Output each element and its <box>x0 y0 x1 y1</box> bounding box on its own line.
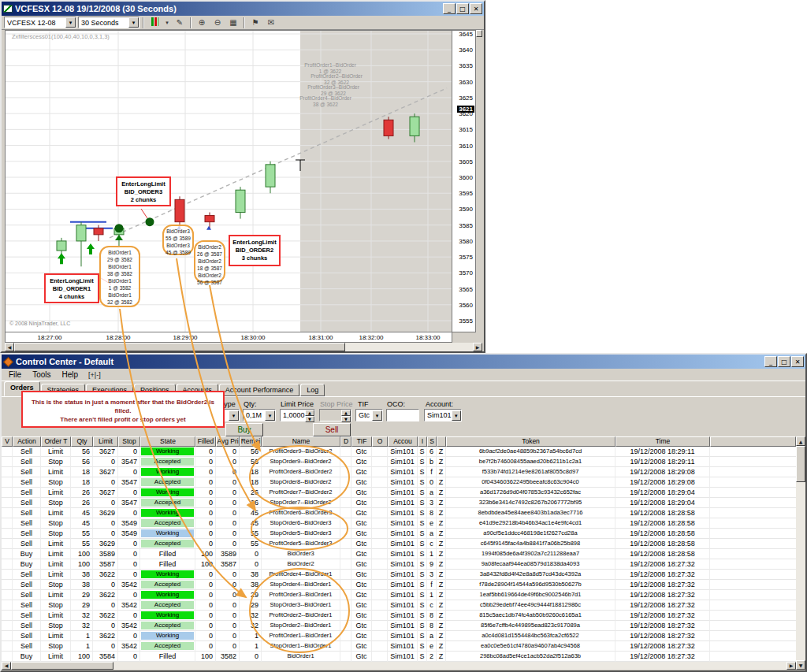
spin-down-icon[interactable]: ▼ <box>305 416 314 422</box>
table-vertical-scrollbar[interactable]: ▲ ▼ <box>796 436 805 670</box>
column-header-avg-pri[interactable]: Avg Pri <box>216 436 240 447</box>
table-row[interactable]: SellLimit5536290Accepted0055ProfitOrder5… <box>2 539 796 549</box>
quantity-combo[interactable]: 0,1M ▾ <box>243 409 276 421</box>
table-row[interactable]: SellStop5603547Accepted0056StopOrder9--B… <box>2 457 796 467</box>
table-row[interactable]: SellLimit4536290Working0045ProfitOrder6-… <box>2 508 796 518</box>
account-combo[interactable]: Sim101 ▾ <box>424 409 462 421</box>
table-horizontal-scrollbar[interactable]: ◀ ▶ <box>2 662 796 670</box>
scroll-down-icon[interactable]: ▼ <box>796 660 805 670</box>
column-header-filled[interactable]: Filled <box>195 436 216 447</box>
instrument-combo[interactable]: VCFESX 12-08 ▾ <box>4 17 76 28</box>
tab-log[interactable]: Log <box>300 384 325 396</box>
column-header-tif[interactable]: TIF <box>351 436 372 447</box>
close-icon[interactable]: ✕ <box>470 3 482 14</box>
chevron-down-icon[interactable]: ▾ <box>452 410 461 421</box>
panel-button[interactable] <box>476 30 482 37</box>
zoom-in-icon[interactable]: ⊕ <box>195 17 209 29</box>
buy-button[interactable]: Buy <box>225 423 263 436</box>
scrollbar-thumb[interactable] <box>796 446 805 482</box>
table-row[interactable]: SellLimit136220Working001ProfitOrder1--B… <box>2 631 796 641</box>
grid-icon[interactable]: ▦ <box>226 17 240 29</box>
cell-name: StopOrder8--BidOrder2 <box>262 477 340 488</box>
table-row[interactable]: BuyLimit10035870Filled10035870BidOrder2G… <box>2 559 796 570</box>
period-combo[interactable]: 30 Seconds ▾ <box>78 17 139 28</box>
chevron-down-icon[interactable]: ▾ <box>128 17 139 28</box>
column-header-order-t[interactable]: Order T <box>41 436 71 447</box>
chart-style-dropdown-icon[interactable]: ▾ <box>163 17 171 29</box>
spin-up-icon[interactable]: ▲ <box>305 410 314 416</box>
window-group-control[interactable]: [+|-] <box>84 370 106 380</box>
column-header-stop[interactable]: Stop <box>118 436 140 447</box>
scroll-up-icon[interactable]: ▲ <box>796 436 805 446</box>
table-row[interactable]: SellStop5503549Working0055StopOrder5--Bi… <box>2 529 796 539</box>
column-header-action[interactable]: Action <box>13 436 41 447</box>
flag-icon[interactable]: ⚑ <box>248 17 262 29</box>
table-row[interactable]: SellLimit5636270Working0056ProfitOrder9-… <box>2 447 796 457</box>
tab-account-performance[interactable]: Account Performance <box>219 384 300 396</box>
column-header-i[interactable]: I <box>418 436 427 447</box>
chart-titlebar[interactable]: VCFESX 12-08 19/12/2008 (30 Seconds) _ □… <box>2 2 484 16</box>
scroll-left-icon[interactable]: ◀ <box>5 343 14 351</box>
chevron-down-icon[interactable]: ▾ <box>372 410 382 421</box>
table-row[interactable]: SellLimit3236220Working0032ProfitOrder2-… <box>2 611 796 621</box>
cell-d <box>340 621 351 631</box>
scroll-left-icon[interactable]: ◀ <box>2 662 11 670</box>
maximize-icon[interactable]: □ <box>456 3 469 14</box>
callout-bid-order1: EnterLongLimit BID_ORDER1 4 chunks <box>44 273 99 303</box>
table-row[interactable]: SellStop3203542Accepted0032StopOrder2--B… <box>2 621 796 631</box>
maximize-icon[interactable]: □ <box>778 356 790 367</box>
menu-file[interactable]: File <box>3 369 27 380</box>
control-center-titlebar[interactable]: Control Center - Default _ □ ✕ <box>2 355 805 369</box>
table-row[interactable]: SellLimit3836220Working0038ProfitOrder4-… <box>2 570 796 580</box>
cell-filled: 100 <box>195 559 216 570</box>
table-row[interactable]: SellStop3803542Accepted0038StopOrder4--B… <box>2 580 796 590</box>
chart-style-button[interactable] <box>147 17 162 29</box>
column-header-accou[interactable]: Accou <box>388 436 418 447</box>
close-icon[interactable]: ✕ <box>791 356 804 367</box>
table-row[interactable]: SellLimit1836270Working0018ProfitOrder8-… <box>2 467 796 477</box>
chevron-down-icon[interactable]: ▾ <box>265 410 275 421</box>
minimize-icon[interactable]: _ <box>443 3 456 14</box>
column-header-v[interactable]: V <box>2 436 13 447</box>
table-row[interactable]: SellStop2603547Accepted0026StopOrder7--B… <box>2 498 796 508</box>
column-header-blank[interactable] <box>437 436 446 447</box>
table-row[interactable]: SellStop103542Accepted001StopOrder1--Bid… <box>2 641 796 652</box>
table-row[interactable]: SellLimit2936220Working0029ProfitOrder3-… <box>2 590 796 600</box>
oco-input[interactable] <box>386 409 419 421</box>
time-axis[interactable]: 18:27:0018:28:0018:29:0018:30:0018:31:00… <box>5 332 452 343</box>
row-filler <box>710 641 796 652</box>
price-axis[interactable]: 3645364036353630362536203615361036053600… <box>452 30 476 332</box>
chevron-down-icon[interactable]: ▾ <box>65 17 76 28</box>
menu-help[interactable]: Help <box>56 369 84 380</box>
scroll-right-icon[interactable]: ▶ <box>787 662 796 670</box>
table-row[interactable]: SellLimit2636270Working0026ProfitOrder7-… <box>2 488 796 498</box>
menu-tools[interactable]: Tools <box>27 369 56 380</box>
column-header-limit[interactable]: Limit <box>93 436 118 447</box>
column-header-s[interactable]: S <box>427 436 437 447</box>
chart-horizontal-scrollbar[interactable]: ◀ ▶ <box>5 343 482 351</box>
chevron-down-icon[interactable]: ▾ <box>229 410 239 421</box>
table-row[interactable]: BuyLimit10035890Filled10035890BidOrder3G… <box>2 549 796 559</box>
draw-pencil-icon[interactable]: ✎ <box>173 17 187 29</box>
column-header-d[interactable]: D <box>340 436 351 447</box>
scroll-right-icon[interactable]: ▶ <box>473 343 482 351</box>
table-row[interactable]: SellStop1803547Accepted0018StopOrder8--B… <box>2 477 796 488</box>
scrollbar-thumb[interactable] <box>14 343 345 351</box>
column-header-token[interactable]: Token <box>446 436 615 447</box>
mail-icon[interactable]: ✉ <box>264 17 278 29</box>
scrollbar-thumb[interactable] <box>11 662 113 670</box>
column-header-remai[interactable]: Remai <box>240 436 262 447</box>
column-header-name[interactable]: Name <box>262 436 340 447</box>
column-header-time[interactable]: Time <box>615 436 710 447</box>
table-row[interactable]: SellStop4503549Accepted0045StopOrder6--B… <box>2 518 796 529</box>
table-row[interactable]: SellStop2903542Accepted0029StopOrder3--B… <box>2 600 796 611</box>
column-header-o[interactable]: O <box>372 436 388 447</box>
sell-button[interactable]: Sell <box>313 423 351 436</box>
column-header-qty[interactable]: Qty <box>71 436 93 447</box>
table-row[interactable]: BuyLimit10035840Filled10035820BidOrder1G… <box>2 652 796 662</box>
zoom-out-icon[interactable]: ⊖ <box>210 17 225 29</box>
column-header-state[interactable]: State <box>140 436 195 447</box>
limit-price-stepper[interactable]: 1,0000 ▲▼ <box>280 409 315 421</box>
tif-combo[interactable]: Gtc ▾ <box>355 409 383 421</box>
minimize-icon[interactable]: _ <box>764 356 777 367</box>
